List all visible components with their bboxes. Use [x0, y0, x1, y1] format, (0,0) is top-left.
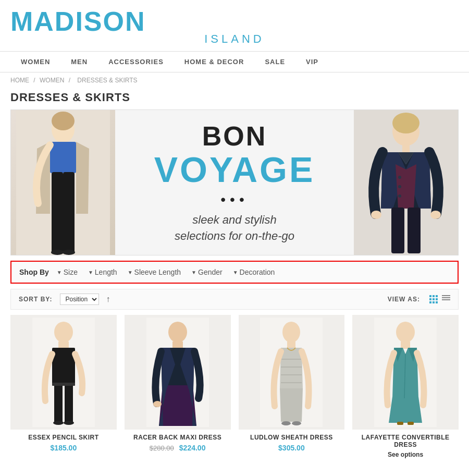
grid-view-button[interactable] — [429, 295, 438, 303]
banner-right-image — [354, 109, 458, 255]
view-icons — [429, 295, 450, 303]
filter-gender-arrow: ▼ — [191, 270, 196, 275]
filter-length-arrow: ▼ — [88, 270, 93, 275]
svg-point-31 — [153, 401, 162, 407]
svg-point-42 — [396, 322, 415, 343]
banner-voyage: VOYAGE — [154, 152, 315, 187]
shop-by-label: Shop By — [19, 268, 49, 276]
svg-rect-4 — [52, 172, 63, 253]
product-lafayette-price: See options — [388, 451, 423, 458]
product-grid: ESSEX PENCIL SKIRT $185.00 RACER — [10, 315, 459, 458]
breadcrumb: HOME / WOMEN / DRESSES & SKIRTS — [0, 72, 469, 88]
svg-point-16 — [398, 176, 401, 179]
product-lafayette-image — [352, 315, 459, 430]
page-title: DRESSES & SKIRTS — [0, 88, 469, 109]
svg-rect-22 — [52, 348, 75, 384]
svg-rect-13 — [408, 208, 421, 253]
svg-point-6 — [51, 250, 64, 255]
svg-rect-30 — [172, 341, 183, 349]
product-lafayette-name: LAFAYETTE CONVERTIBLE DRESS — [352, 434, 459, 448]
product-racer-image — [125, 315, 231, 430]
product-lafayette[interactable]: LAFAYETTE CONVERTIBLE DRESS See options — [352, 315, 459, 458]
svg-rect-46 — [408, 422, 414, 425]
svg-point-10 — [392, 113, 419, 133]
product-racer-price-sale: $224.00 — [179, 444, 206, 452]
svg-rect-43 — [401, 341, 410, 349]
svg-rect-11 — [402, 144, 410, 153]
svg-point-7 — [63, 250, 75, 255]
nav-men[interactable]: MEN — [60, 52, 98, 72]
svg-point-39 — [281, 421, 291, 425]
svg-rect-24 — [65, 384, 73, 423]
svg-rect-21 — [58, 341, 69, 349]
banner-bon: BON — [202, 120, 267, 152]
nav-accessories[interactable]: ACCESSORIES — [98, 52, 174, 72]
svg-rect-45 — [397, 422, 403, 425]
svg-rect-3 — [50, 142, 76, 173]
product-ludlow-image — [239, 315, 345, 430]
sort-bar: SORT BY: Position Name Price ↑ VIEW AS: — [10, 289, 459, 310]
filter-sleeve-length[interactable]: ▼ Sleeve Length — [128, 268, 181, 276]
logo-madison[interactable]: MADISON — [10, 8, 459, 35]
product-essex[interactable]: ESSEX PENCIL SKIRT $185.00 — [10, 315, 117, 458]
product-essex-price: $185.00 — [51, 444, 77, 452]
sort-label: SORT BY: — [19, 296, 52, 303]
filter-decoration-arrow: ▼ — [233, 270, 238, 275]
breadcrumb-current: DRESSES & SKIRTS — [77, 77, 137, 84]
nav-sale[interactable]: SALE — [254, 52, 295, 72]
product-ludlow-price: $305.00 — [278, 444, 305, 452]
banner-dots: ••• — [220, 191, 248, 208]
breadcrumb-home[interactable]: HOME — [10, 77, 29, 84]
svg-point-40 — [292, 421, 301, 425]
svg-rect-27 — [52, 383, 75, 386]
nav-women[interactable]: WOMEN — [10, 52, 60, 72]
shop-by-bar: Shop By ▼ Size ▼ Length ▼ Sleeve Length … — [10, 261, 459, 284]
nav-vip[interactable]: VIP — [295, 52, 329, 72]
breadcrumb-women[interactable]: WOMEN — [40, 77, 64, 84]
product-essex-image — [10, 315, 117, 430]
sort-direction-button[interactable]: ↑ — [106, 295, 110, 304]
header: MADISON ISLAND — [0, 0, 469, 51]
svg-point-14 — [371, 211, 381, 219]
svg-point-33 — [282, 322, 300, 343]
main-nav: WOMEN MEN ACCESSORIES HOME & DECOR SALE … — [0, 51, 469, 72]
nav-home-decor[interactable]: HOME & DECOR — [174, 52, 255, 72]
filter-sleeve-arrow: ▼ — [128, 270, 133, 275]
svg-point-29 — [168, 322, 187, 343]
filter-size-arrow: ▼ — [57, 270, 62, 275]
product-ludlow[interactable]: LUDLOW SHEATH DRESS $305.00 — [239, 315, 345, 458]
banner-left-image — [11, 109, 115, 255]
filter-length[interactable]: ▼ Length — [88, 268, 117, 276]
svg-rect-5 — [63, 172, 75, 253]
banner-center: BON VOYAGE ••• sleek and stylish selecti… — [115, 110, 354, 255]
list-view-button[interactable] — [442, 295, 450, 303]
sort-select[interactable]: Position Name Price — [60, 294, 99, 305]
svg-rect-12 — [391, 208, 404, 253]
banner-model-left-svg — [16, 109, 110, 255]
svg-point-17 — [398, 185, 401, 188]
svg-point-2 — [52, 112, 75, 130]
product-ludlow-name: LUDLOW SHEATH DRESS — [250, 434, 333, 441]
product-racer-price-original: $280.00 — [150, 444, 174, 452]
filter-decoration[interactable]: ▼ Decoration — [233, 268, 275, 276]
product-racer-name: RACER BACK MAXI DRESS — [133, 434, 221, 441]
filter-size[interactable]: ▼ Size — [57, 268, 78, 276]
svg-rect-34 — [287, 341, 295, 349]
svg-point-26 — [64, 421, 74, 425]
svg-point-25 — [53, 421, 64, 425]
svg-point-18 — [398, 194, 401, 198]
filter-gender[interactable]: ▼ Gender — [191, 268, 223, 276]
svg-point-15 — [430, 211, 441, 219]
banner-model-right-svg — [354, 109, 458, 255]
product-racer[interactable]: RACER BACK MAXI DRESS $280.00 $224.00 — [125, 315, 231, 458]
view-label: VIEW AS: — [388, 296, 420, 303]
product-essex-name: ESSEX PENCIL SKIRT — [28, 434, 98, 441]
svg-rect-23 — [54, 384, 63, 423]
svg-point-20 — [54, 322, 73, 343]
banner-tagline: sleek and stylish selections for on-the-… — [175, 212, 294, 245]
hero-banner: BON VOYAGE ••• sleek and stylish selecti… — [10, 109, 459, 255]
